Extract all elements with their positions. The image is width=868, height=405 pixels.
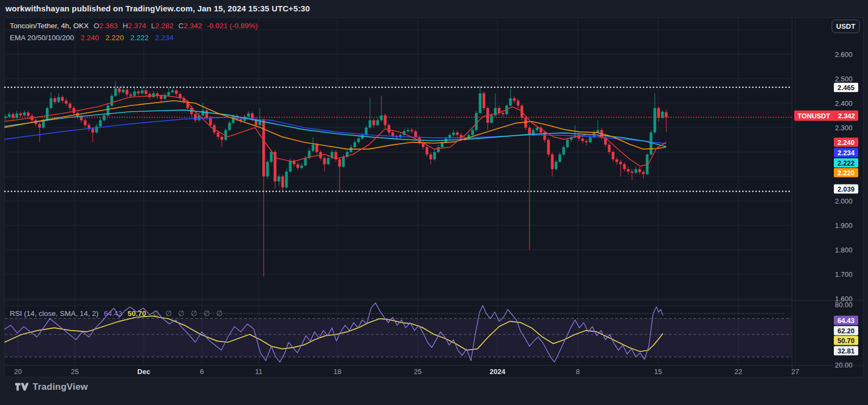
axis-tick-label: 80.00	[835, 301, 853, 309]
axis-tick-label: 2.300	[835, 124, 853, 132]
axis-price-chip: 50.70	[834, 336, 858, 345]
axis-tick-label: 1.700	[835, 270, 853, 279]
time-tick-label: 11	[255, 368, 263, 376]
time-tick-label: 2024	[490, 368, 506, 376]
ema-legend-label: EMA 20/50/100/200	[10, 34, 74, 42]
change-value: -0.021 (-0.89%)	[207, 22, 258, 30]
ohlc-value: 2.282	[155, 22, 174, 30]
axis-tick-label: 2.400	[835, 99, 853, 107]
time-tick-label: 27	[792, 368, 799, 376]
rsi-value: 64.43	[104, 309, 123, 318]
symbol-legend-row[interactable]: Toncoin/Tether, 4h, OKXO2.363H2.374L2.28…	[10, 22, 258, 30]
axis-price-chip: 2.222	[834, 159, 858, 168]
time-tick-label: 25	[71, 368, 79, 376]
axis-tick-label: 1.800	[835, 246, 853, 254]
axis-price-chip: 2.039	[834, 185, 858, 194]
axis-tick-label: 2.000	[835, 197, 853, 205]
axis-price-chip: 2.240	[834, 138, 858, 147]
axis-tick-label: 2.500	[835, 75, 853, 83]
rsi-legend-row[interactable]: RSI (14, close, SMA, 14, 2)64.4350.70∅ ∅…	[10, 309, 225, 318]
tradingview-logo-icon[interactable]	[15, 381, 29, 393]
time-tick-label: 6	[200, 368, 203, 376]
last-price-symbol-chip: TONUSDT2.342	[794, 111, 858, 121]
tradingview-logo-text[interactable]: TradingView	[33, 382, 88, 393]
axis-price-chip: 62.20	[834, 326, 858, 336]
ohlc-key: L	[151, 22, 155, 30]
rsi-legend-trailing-dashes	[200, 313, 784, 314]
axis-price-chip: 2.234	[834, 148, 858, 157]
chart-plot-area[interactable]	[0, 0, 868, 405]
chip-price: 2.342	[838, 112, 855, 119]
rsi-sma-value: 50.70	[127, 309, 146, 318]
ema-legend-value: 2.222	[130, 34, 149, 42]
axis-tick-label: 2.600	[835, 50, 853, 59]
axis-tick-label: 20.00	[835, 361, 853, 369]
ohlc-value: 2.342	[184, 22, 202, 30]
time-tick-label: 18	[334, 368, 341, 376]
time-tick-label: 20	[14, 368, 22, 376]
axis-price-chip: 2.220	[834, 168, 858, 178]
ohlc-value: 2.363	[99, 22, 118, 30]
rsi-legend-label: RSI (14, close, SMA, 14, 2)	[10, 309, 99, 318]
chip-symbol: TONUSDT	[797, 112, 830, 119]
time-tick-label: 25	[414, 368, 422, 376]
time-tick-label: 8	[576, 368, 579, 376]
axis-price-chip: 32.81	[834, 346, 858, 356]
time-tick-label: 15	[654, 368, 662, 376]
ema-legend-value: 2.220	[105, 34, 124, 42]
axis-price-chip: 2.465	[834, 83, 858, 92]
ema-values: 2.2402.2202.2222.234	[74, 34, 174, 42]
currency-toggle-button[interactable]: USDT	[832, 20, 860, 33]
ohlc-values: O2.363H2.374L2.282C2.342	[89, 22, 202, 30]
ohlc-key: O	[94, 22, 100, 30]
time-tick-label: 22	[735, 368, 742, 376]
time-tick-label: Dec	[137, 368, 150, 376]
axis-price-chip: 64.43	[834, 316, 858, 325]
axis-tick-label: 1.900	[835, 222, 853, 230]
ema-legend-value: 2.234	[155, 34, 174, 42]
ohlc-value: 2.374	[128, 22, 146, 30]
footer: TradingView	[15, 381, 88, 393]
ohlc-key: H	[123, 22, 128, 30]
ema-legend-value: 2.240	[81, 34, 99, 42]
ema-legend-row[interactable]: EMA 20/50/100/2002.2402.2202.2222.234	[10, 34, 174, 42]
tradingview-published-chart: workwithshayan published on TradingView.…	[0, 0, 868, 405]
ohlc-key: C	[178, 22, 184, 30]
ema200-line	[4, 117, 666, 144]
symbol-title: Toncoin/Tether, 4h, OKX	[10, 22, 89, 30]
